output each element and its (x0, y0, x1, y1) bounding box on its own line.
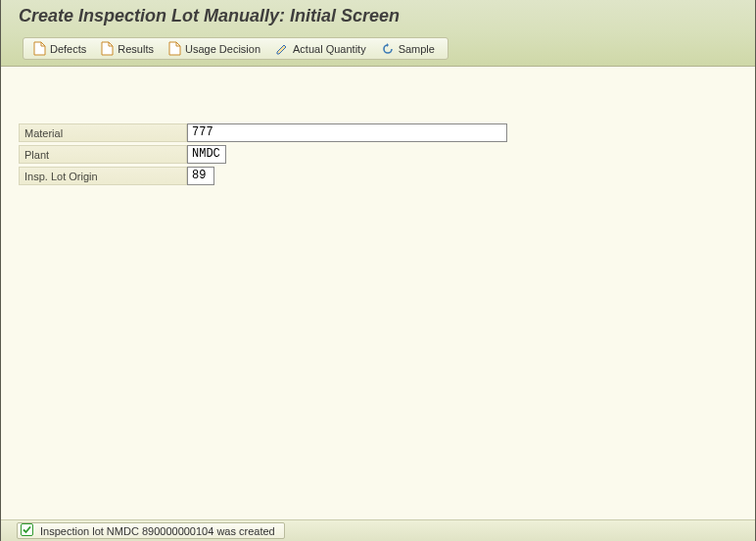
origin-label: Insp. Lot Origin (19, 167, 187, 185)
usage-decision-label: Usage Decision (185, 43, 260, 55)
actual-quantity-button[interactable]: Actual Quantity (275, 42, 366, 56)
document-icon (168, 41, 181, 56)
status-message-text: Inspection lot NMDC 890000000104 was cre… (40, 525, 275, 537)
actual-quantity-label: Actual Quantity (293, 43, 366, 55)
material-field[interactable] (187, 123, 507, 142)
material-label: Material (19, 123, 187, 142)
status-bar: Inspection lot NMDC 890000000104 was cre… (1, 519, 755, 541)
content-area: Material Plant Insp. Lot Origin (1, 67, 755, 541)
results-button[interactable]: Results (101, 41, 154, 56)
plant-label: Plant (19, 145, 187, 164)
sample-label: Sample (399, 43, 435, 55)
pencil-icon (275, 42, 289, 56)
defects-button[interactable]: Defects (33, 41, 86, 56)
defects-label: Defects (50, 43, 86, 55)
origin-field[interactable] (187, 167, 214, 185)
usage-decision-button[interactable]: Usage Decision (168, 41, 260, 56)
page-title: Create Inspection Lot Manually: Initial … (19, 6, 400, 26)
toolbar: Defects Results Usage Decision Actual Qu… (23, 37, 449, 60)
sample-button[interactable]: Sample (381, 42, 435, 56)
success-icon (21, 523, 33, 538)
plant-field[interactable] (187, 145, 226, 164)
status-message-box: Inspection lot NMDC 890000000104 was cre… (17, 522, 285, 539)
form: Material Plant Insp. Lot Origin (19, 122, 507, 186)
document-icon (101, 41, 114, 56)
document-icon (33, 41, 46, 56)
results-label: Results (118, 43, 154, 55)
refresh-icon (381, 42, 395, 56)
